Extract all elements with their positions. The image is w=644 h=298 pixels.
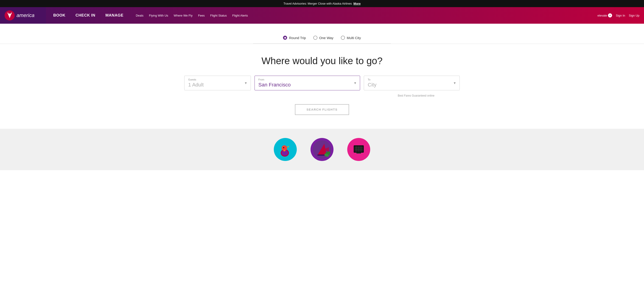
trip-round-trip[interactable]: Round Trip — [283, 36, 306, 40]
header-right: elevate + Sign In Sign Up — [593, 13, 644, 18]
header: america BOOK CHECK IN MANAGE Deals Flyin… — [0, 7, 644, 24]
from-value: San Francisco — [258, 82, 356, 88]
guests-label: Guests — [188, 78, 247, 81]
svg-point-8 — [283, 147, 284, 148]
subnav-fees[interactable]: Fees — [195, 7, 208, 24]
svg-rect-19 — [356, 153, 361, 154]
from-arrow-icon: ▼ — [354, 81, 357, 85]
trip-round-trip-label: Round Trip — [289, 36, 306, 40]
trip-one-way[interactable]: One Way — [313, 36, 334, 40]
banner-more-link[interactable]: More — [354, 2, 360, 5]
top-banner: Travel Advisories: Merger Close with Ala… — [0, 0, 644, 7]
elevate-button[interactable]: elevate + — [598, 13, 612, 18]
radio-one-way — [313, 36, 318, 40]
radio-round-trip — [283, 36, 287, 40]
subnav-deals[interactable]: Deals — [133, 7, 146, 24]
sub-nav: Deals Flying With Us Where We Fly Fees F… — [131, 7, 593, 24]
nav-manage[interactable]: MANAGE — [100, 7, 128, 24]
radio-multi-city — [341, 36, 345, 40]
main-nav: BOOK CHECK IN MANAGE — [46, 7, 131, 24]
nav-checkin[interactable]: CHECK IN — [70, 7, 100, 24]
from-label: From — [258, 78, 356, 81]
to-field[interactable]: To City ▼ — [364, 76, 460, 90]
trip-selector-container: Round Trip One Way Multi City — [0, 24, 644, 44]
bottom-section — [0, 129, 644, 170]
logo-icon — [4, 10, 15, 21]
trip-one-way-label: One Way — [319, 36, 334, 40]
bottom-card-3 — [347, 138, 370, 161]
card-3-image — [347, 138, 370, 161]
search-flights-button[interactable]: SEARCH FLIGHTS — [295, 104, 349, 115]
subnav-flight-alerts[interactable]: Flight Alerts — [230, 7, 250, 24]
card-1-image — [274, 138, 297, 161]
elevate-plus-icon: + — [608, 13, 612, 18]
card-2-image — [310, 138, 334, 161]
bottom-card-1 — [274, 138, 297, 161]
to-label: To — [368, 78, 456, 81]
subnav-flight-status[interactable]: Flight Status — [208, 7, 230, 24]
guests-arrow-icon: ▼ — [244, 81, 248, 85]
main-heading: Where would you like to go? — [4, 55, 640, 66]
main-content: Where would you like to go? Guests 1 Adu… — [0, 44, 644, 129]
sign-up-button[interactable]: Sign Up — [629, 14, 640, 17]
guests-field[interactable]: Guests 1 Adult ▼ — [184, 76, 251, 90]
subnav-flying-with-us[interactable]: Flying With Us — [146, 7, 171, 24]
nav-book[interactable]: BOOK — [48, 7, 70, 24]
trip-multi-city-label: Multi City — [347, 36, 361, 40]
trip-multi-city[interactable]: Multi City — [341, 36, 361, 40]
banner-text: Travel Advisories: Merger Close with Ala… — [284, 2, 352, 5]
logo-text: america — [16, 13, 34, 18]
bottom-card-2 — [310, 138, 334, 161]
to-arrow-icon: ▼ — [453, 81, 456, 85]
guests-value: 1 Adult — [188, 82, 247, 88]
search-form: Guests 1 Adult ▼ From San Francisco ▼ To… — [184, 76, 460, 90]
subnav-where-we-fly[interactable]: Where We Fly — [171, 7, 195, 24]
to-value: City — [368, 82, 456, 88]
best-fares-text: Best Fares Guaranteed online — [210, 94, 434, 97]
from-field[interactable]: From San Francisco ▼ — [254, 76, 360, 90]
logo-area: america — [0, 7, 46, 24]
elevate-label: elevate — [598, 14, 607, 17]
svg-rect-2 — [8, 13, 11, 14]
trip-selector: Round Trip One Way Multi City — [253, 29, 391, 44]
sign-in-button[interactable]: Sign In — [616, 14, 625, 17]
